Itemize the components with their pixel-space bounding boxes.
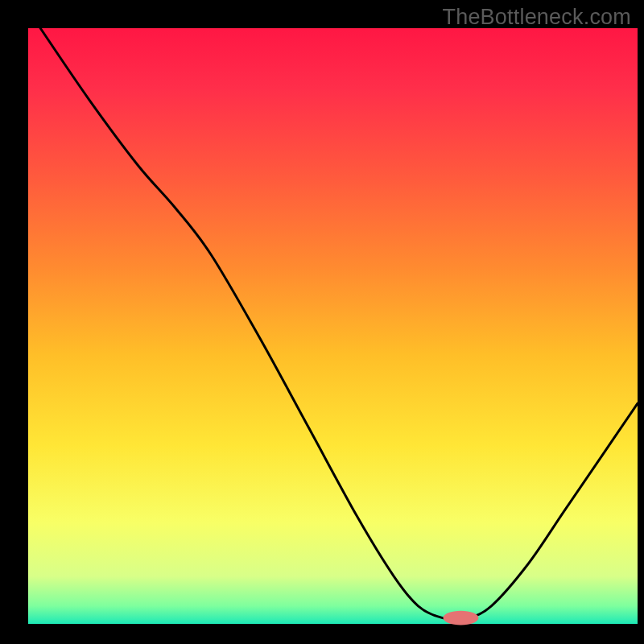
optimal-marker <box>444 611 479 625</box>
bottleneck-chart <box>0 0 644 644</box>
chart-container: TheBottleneck.com <box>0 0 644 644</box>
watermark-text: TheBottleneck.com <box>442 5 631 30</box>
chart-plot-area <box>28 28 638 624</box>
